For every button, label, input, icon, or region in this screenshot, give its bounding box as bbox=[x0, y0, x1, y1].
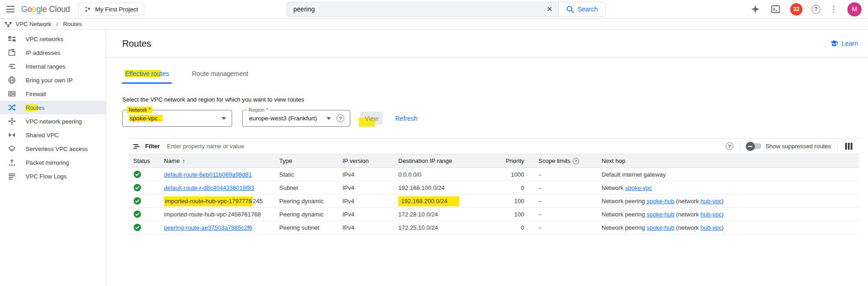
view-button-label: View bbox=[364, 115, 378, 122]
cloud-shell-icon[interactable] bbox=[770, 4, 781, 15]
sidebar-item-packet-mirroring[interactable]: Packet mirroring bbox=[0, 156, 106, 169]
view-button[interactable]: View bbox=[360, 112, 383, 125]
help-icon[interactable]: ? bbox=[812, 5, 820, 14]
sidebar-item-ip-addresses[interactable]: IP addresses bbox=[0, 46, 106, 59]
show-suppressed-toggle[interactable] bbox=[747, 143, 761, 149]
cloud-logo-text: Cloud bbox=[49, 5, 70, 14]
sidebar-item-label: Bring your own IP bbox=[26, 77, 73, 84]
sidebar-item-label: IP addresses bbox=[26, 49, 60, 56]
sidebar-item-vpc-network-peering[interactable]: VPC network peering bbox=[0, 114, 106, 128]
project-picker-button[interactable]: My First Project bbox=[78, 3, 144, 16]
status-cell bbox=[129, 171, 164, 178]
text-segment: (network bbox=[674, 224, 700, 231]
search-button[interactable]: Search bbox=[559, 2, 605, 17]
filter-icon[interactable] bbox=[132, 142, 141, 151]
refresh-link[interactable]: Refresh bbox=[395, 115, 418, 122]
text-segment: Default internet gateway bbox=[602, 171, 666, 178]
destination-ip-cell: 192.168.100.0/24 bbox=[398, 184, 499, 191]
text-segment: Effective rou bbox=[125, 70, 161, 77]
gemini-sparkle-icon[interactable] bbox=[750, 4, 761, 15]
next-hop-link[interactable]: hub-vpc bbox=[700, 224, 722, 231]
next-hop-cell: Network spoke-vpc bbox=[602, 184, 859, 191]
next-hop-link[interactable]: spoke-vpc bbox=[625, 184, 652, 191]
priority-cell: 0 bbox=[499, 224, 524, 231]
destination-ip-cell: 0.0.0.0/0 bbox=[398, 171, 499, 178]
next-hop-link[interactable]: spoke-hub bbox=[646, 211, 674, 218]
filter-help-icon[interactable]: ? bbox=[726, 142, 733, 150]
sidebar-item-serverless-vpc-access[interactable]: Serverless VPC access bbox=[0, 142, 106, 156]
search-input[interactable] bbox=[293, 5, 543, 13]
more-options-icon[interactable]: ⋮ bbox=[830, 5, 837, 14]
project-name: My First Project bbox=[95, 6, 138, 13]
logo-letter: o bbox=[27, 5, 32, 14]
text-segment: es bbox=[38, 104, 44, 111]
clear-search-icon[interactable]: ✕ bbox=[543, 3, 556, 16]
tab-effective-routes[interactable]: Effective routes bbox=[122, 69, 172, 84]
filter-input[interactable] bbox=[167, 143, 726, 150]
search-field-wrap[interactable]: ✕ bbox=[287, 2, 559, 17]
chevron-down-icon bbox=[326, 117, 331, 120]
text-segment: ) bbox=[722, 224, 723, 231]
text-segment: imported-route-hub-vpc-1797776 bbox=[164, 196, 253, 206]
next-hop-link[interactable]: spoke-hub bbox=[646, 198, 674, 205]
route-name-link[interactable]: default-route-6eb011b089a98d81 bbox=[164, 171, 252, 178]
sidebar-item-vpc-flow-logs[interactable]: VPC Flow Logs bbox=[0, 169, 106, 183]
next-hop-link[interactable]: hub-vpc bbox=[700, 211, 722, 218]
sort-ascending-icon[interactable]: ↑ bbox=[182, 157, 185, 165]
routes-icon bbox=[8, 103, 16, 112]
sidebar-item-firewall[interactable]: Firewall bbox=[0, 87, 106, 101]
account-avatar[interactable]: M bbox=[847, 2, 862, 16]
next-hop-link[interactable]: spoke-hub bbox=[646, 224, 674, 231]
filter-label[interactable]: Filter bbox=[145, 143, 160, 150]
text-segment: Network peering bbox=[602, 198, 646, 205]
region-select[interactable]: Region * europe-west3 (Frankfurt) ? bbox=[242, 110, 350, 127]
text-segment: Route management bbox=[192, 70, 248, 77]
scope-limits-cell: – bbox=[524, 211, 602, 218]
serverless-vpc-access-icon bbox=[8, 145, 16, 153]
next-hop-link[interactable]: hub-vpc bbox=[700, 198, 722, 205]
text-segment: spoke-vpc bbox=[129, 115, 163, 122]
search-icon bbox=[566, 5, 574, 13]
sidebar-item-shared-vpc[interactable]: Shared VPC bbox=[0, 128, 106, 142]
route-name-cell[interactable]: default-route-r-d8c4044336018f83 bbox=[164, 184, 279, 191]
priority-cell: 100 bbox=[499, 211, 524, 218]
route-name-link[interactable]: default-route-r-d8c4044336018f83 bbox=[164, 184, 254, 191]
type-cell: Peering subnet bbox=[279, 224, 342, 231]
table-row: default-route-6eb011b089a98d81StaticIPv4… bbox=[129, 168, 859, 181]
scope-limits-cell: – bbox=[524, 184, 602, 191]
graduation-cap-icon bbox=[830, 40, 838, 47]
region-help-icon[interactable]: ? bbox=[336, 114, 344, 122]
status-cell bbox=[129, 224, 164, 231]
route-name-cell[interactable]: default-route-6eb011b089a98d81 bbox=[164, 171, 279, 178]
menu-icon[interactable] bbox=[0, 0, 21, 18]
sidebar-item-internal-ranges[interactable]: Internal ranges bbox=[0, 59, 106, 73]
sidebar-nav: VPC networksIP addressesInternal rangesB… bbox=[0, 30, 106, 286]
sidebar-item-bring-your-own-ip[interactable]: Bring your own IP bbox=[0, 73, 106, 87]
sidebar-item-vpc-networks[interactable]: VPC networks bbox=[0, 32, 106, 46]
text-segment: ) bbox=[722, 211, 723, 218]
column-header-label: Priority bbox=[506, 157, 524, 164]
show-suppressed-label: Show suppressed routes bbox=[765, 143, 831, 150]
network-select[interactable]: Network * spoke-vpc bbox=[122, 110, 232, 127]
google-cloud-logo[interactable]: Google Cloud bbox=[21, 5, 70, 14]
destination-ip-cell: 172.25.10.0/24 bbox=[398, 224, 499, 231]
tab-route-management[interactable]: Route management bbox=[189, 69, 251, 84]
column-header-label: Scope limits bbox=[538, 157, 570, 164]
column-header-name[interactable]: Name↑ bbox=[164, 157, 279, 165]
sidebar-item-routes[interactable]: Routes bbox=[0, 101, 106, 114]
sidebar-item-label: VPC Flow Logs bbox=[26, 173, 67, 180]
column-header-label: Next hop bbox=[602, 157, 625, 164]
global-search: ✕ Search bbox=[287, 2, 606, 17]
breadcrumb-section[interactable]: VPC Network bbox=[16, 21, 51, 27]
column-display-icon[interactable] bbox=[845, 143, 852, 150]
route-name-link[interactable]: peering-route-ae37503a7885c2f6 bbox=[164, 224, 252, 231]
scope-limits-help-icon[interactable]: ? bbox=[573, 158, 579, 164]
notifications-badge[interactable]: 32 bbox=[790, 3, 803, 16]
text-segment: Bring your own IP bbox=[26, 77, 73, 84]
route-name-cell[interactable]: peering-route-ae37503a7885c2f6 bbox=[164, 224, 279, 231]
column-header-status: Status bbox=[129, 157, 164, 164]
learn-link[interactable]: Learn bbox=[830, 40, 858, 47]
status-ok-icon bbox=[134, 224, 141, 231]
text-segment: 172.28.10.0/24 bbox=[398, 211, 438, 218]
text-segment: peering-route-ae37503a7885c2f6 bbox=[164, 224, 252, 231]
